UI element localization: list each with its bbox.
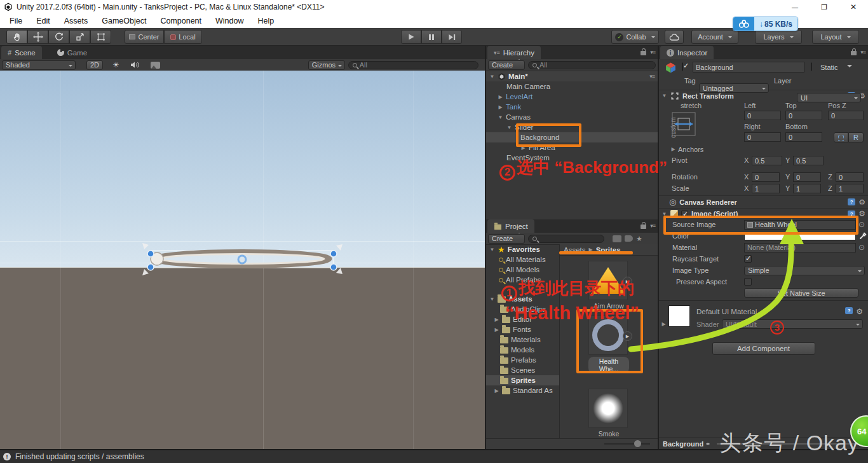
maximize-button[interactable] [810,0,839,14]
foldout-closed-icon[interactable] [670,146,676,152]
anchor-preset-icon[interactable] [672,112,696,136]
scene-menu-icon[interactable] [649,73,654,79]
foldout-open-icon[interactable] [506,125,512,130]
tab-game[interactable]: Game [51,46,93,59]
tab-hierarchy[interactable]: Hierarchy [487,46,541,59]
search-by-label-icon[interactable] [625,235,633,242]
panel-menu-icon[interactable] [860,49,865,55]
foldout-open-icon[interactable] [498,114,503,120]
favorites-row[interactable]: Favorites [486,244,559,254]
project-search-input[interactable] [528,235,604,243]
play-button[interactable] [401,30,421,44]
account-dropdown[interactable]: Account [691,30,738,44]
raw-edit-button[interactable]: R [848,132,864,142]
gizmos-dropdown[interactable]: Gizmos [308,60,345,70]
bottom-field[interactable]: 0 [785,132,822,142]
layers-dropdown[interactable]: Layers [755,30,802,44]
layout-dropdown[interactable]: Layout [812,30,859,44]
scene-viewport[interactable] [0,71,485,449]
scale-y-field[interactable]: 1 [793,184,821,193]
preserve-aspect-checkbox[interactable] [744,278,752,286]
asset-smoke[interactable]: Smoke [588,389,629,438]
saved-search-star-icon[interactable] [636,235,642,243]
tab-scene[interactable]: Scene [1,46,42,59]
thumbnail-zoom-slider[interactable] [604,443,650,445]
hier-row-tank[interactable]: Tank [486,102,658,112]
set-native-size-button[interactable]: Set Native Size [744,288,858,298]
hierarchy-search-input[interactable]: All [528,61,656,69]
panel-menu-icon[interactable] [650,49,655,55]
panel-menu-icon[interactable] [650,223,655,229]
foldout-open-icon[interactable] [489,74,495,79]
network-speed-badge[interactable]: ↓85 KB/s [733,17,798,31]
close-button[interactable] [839,0,868,14]
hier-row-levelart[interactable]: LevelArt [486,92,658,102]
blueprint-mode-button[interactable] [834,132,848,142]
minimize-button[interactable] [780,0,810,14]
foldout-open-icon[interactable] [489,247,495,252]
foldout-open-icon[interactable] [661,93,667,99]
2d-toggle-button[interactable]: 2D [86,60,103,70]
scale-x-field[interactable]: 1 [752,184,780,193]
gameobject-name-field[interactable]: Background [693,62,804,73]
lock-icon[interactable] [851,51,857,55]
fav-all-materials[interactable]: All Materials [486,254,559,265]
lock-icon[interactable] [641,225,646,229]
foldout-closed-icon[interactable] [494,388,499,394]
tag-dropdown[interactable]: Untagged [699,83,769,93]
menu-edit[interactable]: Edit [29,17,57,25]
rotation-x-field[interactable]: 0 [752,172,780,182]
cloud-button[interactable] [665,30,684,44]
scene-search-input[interactable]: All [348,61,478,69]
static-checkbox[interactable] [811,62,812,71]
foldout-closed-icon[interactable] [498,104,503,110]
scene-root-row[interactable]: Main* [486,71,658,81]
scale-z-field[interactable]: 1 [836,184,864,193]
add-component-button[interactable]: Add Component [712,342,815,355]
image-type-dropdown[interactable]: Simple [744,266,865,275]
thumbnail-zoom-knob[interactable] [634,440,641,447]
folder-materials[interactable]: Materials [486,335,559,345]
eyedropper-icon[interactable] [859,232,867,240]
hierarchy-create-button[interactable]: Create [488,60,525,70]
gear-icon[interactable] [858,209,865,218]
material-field[interactable]: None (Material) [744,243,856,252]
shading-mode-dropdown[interactable]: Shaded [2,60,76,70]
lock-icon[interactable] [641,51,646,55]
collab-dropdown[interactable]: Collab [611,30,659,44]
folder-prefabs[interactable]: Prefabs [486,355,559,365]
shader-dropdown[interactable]: UI/Default [722,319,863,329]
move-tool-button[interactable] [27,30,48,44]
pause-button[interactable] [421,30,442,44]
search-by-type-icon[interactable] [613,235,621,242]
menu-file[interactable]: File [3,17,29,25]
folder-scenes[interactable]: Scenes [486,365,559,375]
rotate-tool-button[interactable] [48,30,69,44]
scale-tool-button[interactable] [69,30,90,44]
pivot-y-field[interactable]: 0.5 [793,156,824,165]
rotation-y-field[interactable]: 0 [793,172,821,182]
hier-row-main-camera[interactable]: Main Camera [486,81,658,92]
help-icon[interactable] [848,198,855,205]
rect-tool-button[interactable] [90,30,111,44]
pivot-x-field[interactable]: 0.5 [752,156,782,165]
scene-audio-icon[interactable] [130,61,140,69]
static-dropdown-icon[interactable] [847,65,852,70]
tab-project[interactable]: Project [487,219,534,233]
menu-assets[interactable]: Assets [57,17,95,25]
rotation-z-field[interactable]: 0 [836,172,864,182]
folder-standard-assets[interactable]: Standard As [486,385,559,396]
top-field[interactable]: 0 [785,111,822,120]
menu-component[interactable]: Component [153,17,208,25]
anchors-label[interactable]: Anchors [678,146,703,153]
pivot-local-button[interactable]: Local [164,30,202,44]
foldout-closed-icon[interactable] [494,327,499,333]
menu-help[interactable]: Help [250,17,281,25]
hand-tool-button[interactable] [6,30,27,44]
folder-sprites[interactable]: Sprites [486,375,559,385]
gear-icon[interactable] [856,307,863,316]
help-icon[interactable] [845,307,853,314]
object-picker-icon[interactable] [858,243,865,252]
fav-all-models[interactable]: All Models [486,265,559,275]
pivot-center-button[interactable]: Center [125,30,164,44]
